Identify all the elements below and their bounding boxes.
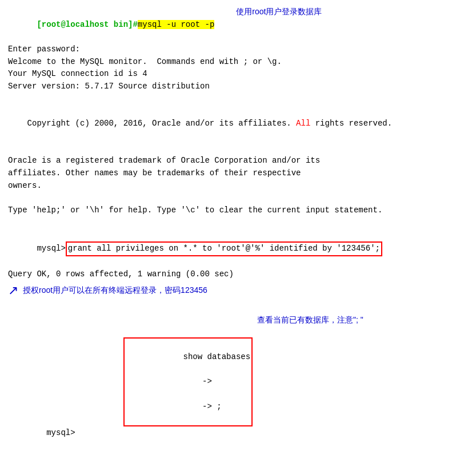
- welcome-line2: Your MySQL connection id is 4: [8, 68, 468, 80]
- show-db-box: show databases -> -> ;: [123, 337, 253, 426]
- grant-arrow: ↗: [8, 281, 18, 300]
- blank3: [8, 192, 468, 204]
- grant-line: mysql>grant all privileges on *.* to 'ro…: [8, 229, 382, 268]
- semicolon: ;: [217, 402, 221, 411]
- show-db-cmd: show databases: [183, 352, 250, 361]
- copyright-text: Copyright (c) 2000, 2016, Oracle and/or …: [27, 119, 291, 128]
- mysql-prompt2: mysql>: [46, 428, 75, 437]
- welcome-line3: Server version: 5.7.17 Source distributi…: [8, 80, 468, 93]
- blank2: [8, 143, 468, 155]
- enter-password-line: Enter password:: [8, 43, 468, 56]
- blank1: [8, 93, 468, 106]
- affiliates-line: affiliates. Other names may be trademark…: [8, 167, 468, 180]
- arrow-prompt1: ->: [183, 377, 211, 386]
- arrow-prompt2: ->: [183, 402, 211, 411]
- rights-reserved: rights reserved.: [315, 119, 392, 128]
- mysql-prompt1: mysql>: [37, 244, 65, 253]
- blank5: [8, 300, 468, 313]
- welcome-line1: Welcome to the MySQL monitor. Commands e…: [8, 56, 468, 69]
- grant-annotation: 授权root用户可以在所有终端远程登录，密码123456: [23, 284, 207, 297]
- all-word: All: [296, 119, 310, 128]
- oracle-trademark: Oracle is a registered trademark of Orac…: [8, 155, 468, 167]
- prompt-green: [root@localhost bin]#: [37, 20, 137, 29]
- terminal: [root@localhost bin]#mysql -u root -p 使用…: [8, 6, 468, 451]
- show-db-annotation: 查看当前已有数据库，注意"; ": [257, 315, 363, 324]
- mysql-cmd-highlighted: mysql -u root -p: [138, 20, 214, 29]
- show-databases-block: mysql> show databases -> -> ; 查看当前已有数据库，…: [8, 313, 468, 451]
- query-ok-line: Query OK, 0 rows affected, 1 warning (0.…: [8, 268, 468, 281]
- show-db-line1: mysql> show databases -> -> ;: [8, 313, 253, 451]
- blank4: [8, 217, 468, 229]
- initial-prompt-line: [root@localhost bin]#mysql -u root -p: [8, 6, 214, 43]
- grant-cmd-box: grant all privileges on *.* to 'root'@'%…: [66, 241, 382, 256]
- type-help-line: Type 'help;' or '\h' for help. Type '\c'…: [8, 204, 468, 217]
- annot-login: 使用root用户登录数据库: [236, 6, 322, 18]
- show-db-lines: mysql> show databases -> -> ;: [8, 313, 253, 451]
- owners-line: owners.: [8, 180, 468, 192]
- show-annot-area: 查看当前已有数据库，注意"; ": [257, 313, 363, 327]
- grant-annot-row: ↗ 授权root用户可以在所有终端远程登录，密码123456: [8, 281, 468, 300]
- copyright-line: Copyright (c) 2000, 2016, Oracle and/or …: [8, 106, 468, 143]
